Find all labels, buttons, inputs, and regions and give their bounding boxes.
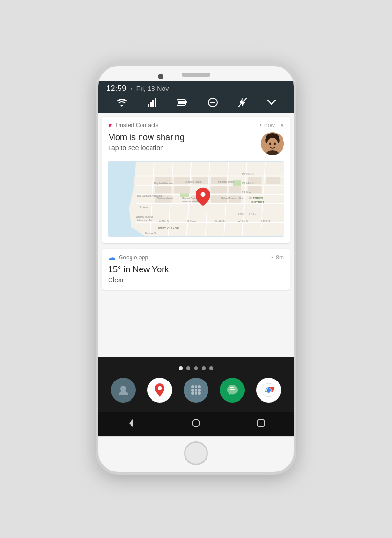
svg-rect-47 <box>266 177 280 184</box>
svg-text:W 24th St: W 24th St <box>242 182 255 185</box>
trusted-contacts-time: now <box>264 122 275 129</box>
notif-text-google: 15° in New York Clear <box>108 264 284 284</box>
svg-rect-34 <box>155 186 172 193</box>
svg-point-14 <box>269 143 271 145</box>
svg-point-93 <box>192 419 200 427</box>
svg-point-80 <box>191 389 194 392</box>
notif-expand-icon[interactable]: ∧ <box>280 122 284 129</box>
phone-bottom-hardware <box>98 436 294 472</box>
contact-avatar <box>261 132 284 155</box>
svg-text:Ground Zero: Ground Zero <box>182 197 196 200</box>
battery-icon <box>177 98 187 107</box>
svg-rect-8 <box>210 102 215 103</box>
svg-point-77 <box>191 385 194 388</box>
trusted-contacts-subtitle: Tap to see location <box>108 144 256 152</box>
svg-rect-0 <box>148 104 149 107</box>
notifications-area: ♥ Trusted Contacts • now ∧ Mom is now sh… <box>98 113 294 436</box>
svg-text:W 14th St: W 14th St <box>215 220 225 223</box>
back-button[interactable] <box>121 416 141 430</box>
svg-point-78 <box>195 385 197 388</box>
svg-text:Rubin Museum of Art: Rubin Museum of Art <box>221 197 243 200</box>
svg-point-83 <box>191 392 194 395</box>
page-dots <box>179 366 213 370</box>
apps-launcher-icon[interactable] <box>184 378 208 403</box>
svg-text:FLATIRON: FLATIRON <box>249 197 263 200</box>
contacts-app-icon[interactable] <box>111 378 136 403</box>
svg-text:W 16th St: W 16th St <box>238 220 248 223</box>
trusted-contacts-notification[interactable]: ♥ Trusted Contacts • now ∧ Mom is now sh… <box>102 117 290 243</box>
svg-text:The Joyce Theater: The Joyce Theater <box>183 181 203 183</box>
earpiece <box>182 73 210 77</box>
google-app-name: Google app <box>119 254 268 261</box>
svg-rect-87 <box>230 387 234 388</box>
chrome-app-icon[interactable] <box>256 378 281 403</box>
svg-text:The Standard, High Line: The Standard, High Line <box>137 195 162 197</box>
phone-top-hardware <box>98 66 294 81</box>
svg-point-85 <box>198 392 201 395</box>
home-screen <box>98 357 294 412</box>
svg-point-84 <box>195 392 197 395</box>
svg-text:WEST VILLAGE: WEST VILLAGE <box>158 227 179 230</box>
signal-icon <box>148 98 156 107</box>
recents-button[interactable] <box>251 416 271 430</box>
svg-text:E 15th: E 15th <box>238 213 244 216</box>
home-button[interactable] <box>186 416 206 430</box>
page-dot-4 <box>202 366 206 370</box>
svg-rect-6 <box>178 101 185 104</box>
svg-text:DISTRICT: DISTRICT <box>251 201 264 203</box>
svg-text:Chelsea Market: Chelsea Market <box>157 197 173 200</box>
svg-text:Whitney Museum: Whitney Museum <box>136 216 153 218</box>
expand-icon[interactable] <box>267 100 276 105</box>
svg-text:Highline Ballroom: Highline Ballroom <box>154 182 173 185</box>
svg-text:E 17th St: E 17th St <box>261 220 271 223</box>
trusted-contacts-app-name: Trusted Contacts <box>115 122 256 129</box>
page-dot-5 <box>209 366 213 370</box>
svg-text:W 12th St: W 12th St <box>159 220 170 223</box>
svg-rect-37 <box>174 186 190 193</box>
physical-home-button[interactable] <box>184 441 208 465</box>
google-notif-title: 15° in New York <box>108 264 284 275</box>
svg-point-13 <box>267 138 278 151</box>
status-bar: 12:59 • Fri, 18 Nov <box>98 81 294 113</box>
trusted-contacts-icon: ♥ <box>108 122 112 129</box>
notif-header-trusted: ♥ Trusted Contacts • now ∧ <box>102 117 290 131</box>
svg-text:of American Art: of American Art <box>136 219 152 222</box>
svg-point-79 <box>198 385 201 388</box>
svg-rect-43 <box>229 186 241 193</box>
google-notif-time: 8m <box>276 254 284 261</box>
front-camera <box>158 74 163 79</box>
page-dot-1 <box>179 366 183 370</box>
google-notif-subtitle: Clear <box>108 276 284 284</box>
page-dot-2 <box>186 366 190 370</box>
status-time: 12:59 <box>106 84 127 93</box>
map-thumbnail[interactable]: 11 Ave W 24th St W 25th St Highline Ball… <box>108 161 284 237</box>
svg-text:E 16th: E 16th <box>249 213 256 216</box>
svg-point-76 <box>158 386 162 390</box>
svg-text:14 Street: 14 Street <box>187 220 196 223</box>
svg-point-91 <box>267 388 271 392</box>
google-app-notification[interactable]: ☁ Google app • 8m 15° in New York Clear <box>102 249 290 290</box>
svg-text:Kleinfeld Bridal: Kleinfeld Bridal <box>218 181 233 183</box>
flash-off-icon <box>238 98 247 107</box>
svg-point-74 <box>201 192 206 197</box>
hangouts-app-icon[interactable] <box>220 378 245 403</box>
svg-text:23 Street: 23 Street <box>242 191 252 194</box>
svg-rect-1 <box>150 102 152 107</box>
svg-rect-3 <box>155 98 156 107</box>
svg-rect-41 <box>211 186 227 193</box>
notif-text-trusted: Mom is now sharing Tap to see location <box>108 132 256 152</box>
phone-device: 12:59 • Fri, 18 Nov <box>96 63 296 475</box>
phone-screen: 12:59 • Fri, 18 Nov <box>98 81 294 436</box>
svg-point-15 <box>274 143 276 145</box>
dnd-icon <box>208 98 218 107</box>
status-date: Fri, 18 Nov <box>136 85 169 92</box>
maps-app-icon[interactable] <box>147 378 172 403</box>
svg-rect-5 <box>185 101 187 103</box>
trusted-contacts-title: Mom is now sharing <box>108 132 256 143</box>
notif-header-google: ☁ Google app • 8m <box>102 249 290 263</box>
wifi-icon <box>117 98 127 107</box>
svg-point-82 <box>198 389 201 392</box>
app-dock <box>111 378 281 403</box>
svg-text:W 25th St: W 25th St <box>242 173 255 176</box>
page-dot-3 <box>194 366 198 370</box>
